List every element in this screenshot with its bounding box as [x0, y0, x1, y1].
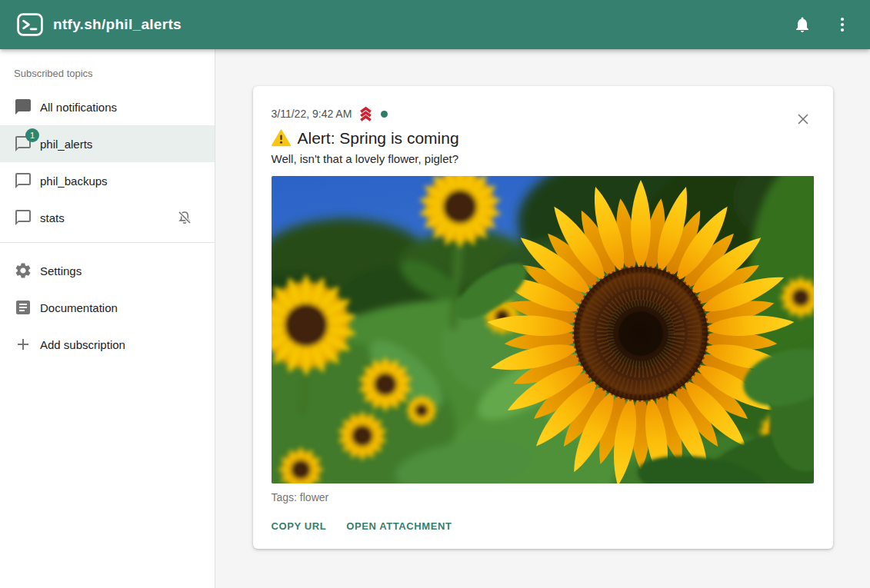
- notification-card: 3/11/22, 9:42 AM: [253, 86, 833, 549]
- overflow-menu-button[interactable]: [825, 8, 859, 42]
- settings-gear-icon: [14, 261, 32, 280]
- sidebar: Subscribed topics All notifications 1 ph…: [0, 49, 215, 588]
- sidebar-item-label: Add subscription: [40, 338, 125, 351]
- sidebar-item-label: phil_backups: [40, 174, 108, 188]
- subscribed-topics-label: Subscribed topics: [0, 54, 215, 88]
- notification-meta-row: 3/11/22, 9:42 AM: [272, 106, 815, 121]
- notifications-bell-button[interactable]: [785, 8, 819, 42]
- sidebar-item-all-notifications[interactable]: All notifications: [0, 88, 215, 125]
- notifications-off-icon: [176, 209, 193, 226]
- open-attachment-button[interactable]: OPEN ATTACHMENT: [346, 511, 452, 541]
- main-content: 3/11/22, 9:42 AM: [215, 49, 870, 588]
- sidebar-item-label: Settings: [40, 264, 82, 277]
- chat-outline-icon: [14, 171, 32, 190]
- notification-tags: Tags: flower: [272, 491, 815, 503]
- sidebar-item-stats[interactable]: stats: [0, 199, 215, 236]
- priority-max-icon: [358, 106, 374, 121]
- sidebar-item-add-subscription[interactable]: Add subscription: [0, 326, 215, 363]
- sunflower-photo: [272, 176, 814, 483]
- notification-title: Alert: Spring is coming: [272, 128, 815, 148]
- sidebar-item-documentation[interactable]: Documentation: [0, 289, 215, 326]
- sidebar-item-phil-backups[interactable]: phil_backups: [0, 162, 215, 199]
- close-icon: [795, 111, 812, 128]
- ntfy-logo-icon: [17, 13, 43, 36]
- unread-dot-icon: [381, 111, 388, 118]
- app-bar: ntfy.sh/phil_alerts: [0, 0, 870, 49]
- unread-count-badge: 1: [25, 128, 39, 142]
- chat-filled-icon: [14, 98, 32, 116]
- appbar-actions: [785, 8, 859, 42]
- sidebar-item-phil-alerts[interactable]: 1 phil_alerts: [0, 125, 215, 162]
- chat-outline-icon: 1: [14, 135, 32, 153]
- app-title: ntfy.sh/phil_alerts: [53, 16, 182, 33]
- plus-icon: [14, 335, 32, 354]
- kebab-menu-icon: [833, 15, 852, 34]
- bell-icon: [793, 15, 812, 34]
- warning-emoji-icon: [272, 128, 291, 148]
- sidebar-item-label: Documentation: [40, 301, 118, 314]
- sidebar-item-label: stats: [40, 211, 65, 224]
- notification-body: Well, isn't that a lovely flower, piglet…: [272, 152, 815, 165]
- close-notification-button[interactable]: [790, 106, 816, 132]
- article-icon: [14, 298, 32, 317]
- sidebar-item-label: phil_alerts: [40, 138, 92, 151]
- notification-actions: COPY URL OPEN ATTACHMENT: [272, 511, 815, 541]
- sidebar-item-label: All notifications: [40, 101, 117, 114]
- notification-timestamp: 3/11/22, 9:42 AM: [272, 108, 352, 120]
- attachment-image[interactable]: [272, 176, 814, 483]
- notification-title-text: Alert: Spring is coming: [298, 129, 459, 148]
- chat-outline-icon: [14, 208, 32, 227]
- copy-url-button[interactable]: COPY URL: [272, 511, 327, 541]
- sidebar-item-settings[interactable]: Settings: [0, 252, 215, 289]
- sidebar-divider: [0, 242, 215, 243]
